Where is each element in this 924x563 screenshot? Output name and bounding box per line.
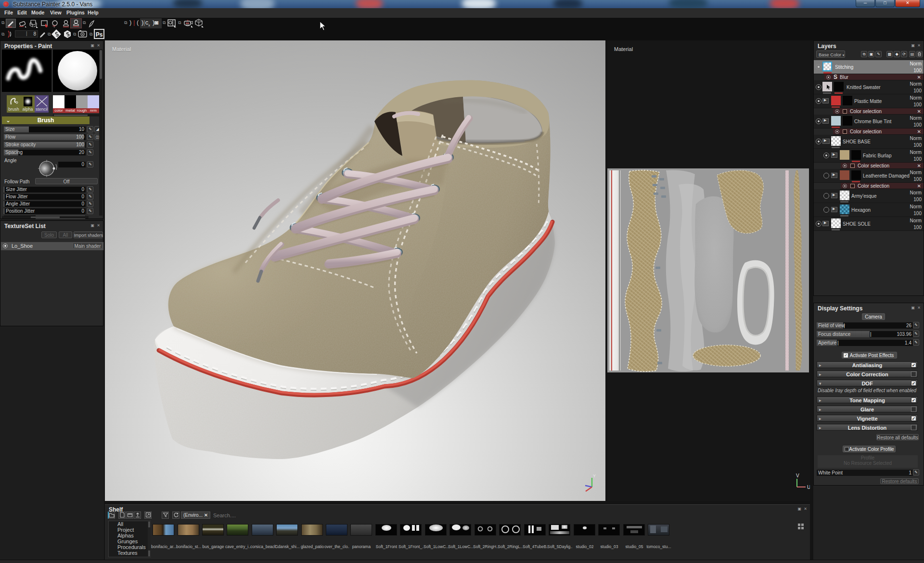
svg-text:U: U [807,485,810,490]
svg-text:Y: Y [593,473,596,478]
svg-text:V: V [796,473,799,478]
